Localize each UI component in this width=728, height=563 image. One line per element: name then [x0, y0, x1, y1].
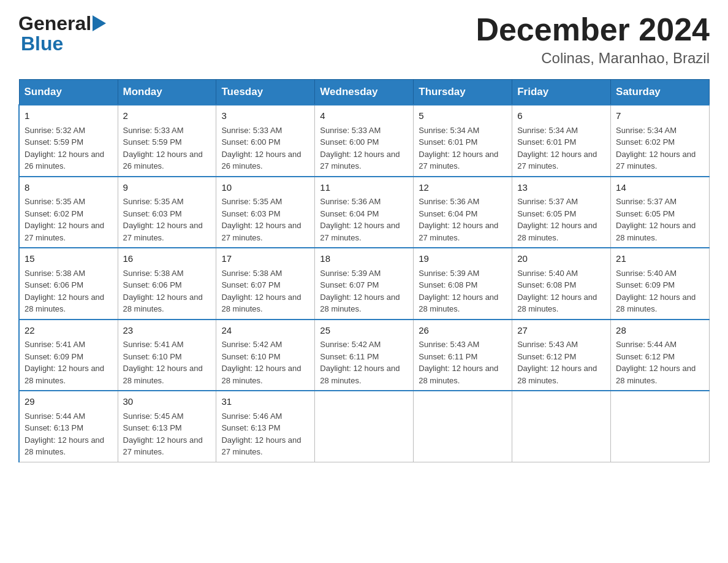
day-info: Sunrise: 5:38 AMSunset: 6:07 PMDaylight:…	[221, 267, 309, 315]
calendar-cell: 6Sunrise: 5:34 AMSunset: 6:01 PMDaylight…	[512, 105, 611, 177]
day-number: 18	[320, 252, 408, 266]
day-number: 24	[221, 324, 309, 338]
day-info: Sunrise: 5:42 AMSunset: 6:11 PMDaylight:…	[320, 339, 408, 386]
calendar-cell: 17Sunrise: 5:38 AMSunset: 6:07 PMDayligh…	[216, 248, 315, 320]
calendar-cell	[414, 391, 512, 462]
logo-arrow-icon	[93, 15, 106, 31]
day-info: Sunrise: 5:32 AMSunset: 5:59 PMDaylight:…	[25, 124, 113, 172]
day-info: Sunrise: 5:39 AMSunset: 6:08 PMDaylight:…	[419, 267, 507, 315]
day-info: Sunrise: 5:44 AMSunset: 6:13 PMDaylight:…	[25, 410, 113, 458]
day-info: Sunrise: 5:35 AMSunset: 6:03 PMDaylight:…	[123, 196, 211, 243]
day-info: Sunrise: 5:33 AMSunset: 6:00 PMDaylight:…	[221, 124, 309, 172]
col-monday: Monday	[118, 80, 216, 105]
header: General Blue December 2024 Colinas, Mara…	[18, 12, 710, 67]
calendar-cell: 26Sunrise: 5:43 AMSunset: 6:11 PMDayligh…	[414, 320, 512, 391]
calendar-cell: 4Sunrise: 5:33 AMSunset: 6:00 PMDaylight…	[315, 105, 414, 177]
day-number: 10	[221, 181, 309, 195]
calendar-cell: 9Sunrise: 5:35 AMSunset: 6:03 PMDaylight…	[118, 177, 216, 248]
calendar-cell: 25Sunrise: 5:42 AMSunset: 6:11 PMDayligh…	[315, 320, 414, 391]
calendar-cell	[315, 391, 414, 462]
logo-blue-text: Blue	[18, 33, 63, 55]
day-info: Sunrise: 5:38 AMSunset: 6:06 PMDaylight:…	[123, 267, 211, 315]
day-number: 15	[25, 252, 113, 266]
calendar-cell: 2Sunrise: 5:33 AMSunset: 5:59 PMDaylight…	[118, 105, 216, 177]
calendar-cell: 11Sunrise: 5:36 AMSunset: 6:04 PMDayligh…	[315, 177, 414, 248]
month-title: December 2024	[476, 12, 710, 47]
day-info: Sunrise: 5:43 AMSunset: 6:11 PMDaylight:…	[419, 339, 507, 386]
day-number: 7	[616, 109, 704, 123]
day-number: 9	[123, 181, 211, 195]
col-wednesday: Wednesday	[315, 80, 414, 105]
calendar-cell: 28Sunrise: 5:44 AMSunset: 6:12 PMDayligh…	[611, 320, 710, 391]
day-info: Sunrise: 5:40 AMSunset: 6:09 PMDaylight:…	[616, 267, 704, 315]
logo: General Blue	[18, 12, 106, 55]
calendar-cell: 3Sunrise: 5:33 AMSunset: 6:00 PMDaylight…	[216, 105, 315, 177]
day-number: 12	[419, 181, 507, 195]
calendar-week-4: 22Sunrise: 5:41 AMSunset: 6:09 PMDayligh…	[19, 320, 710, 391]
day-info: Sunrise: 5:40 AMSunset: 6:08 PMDaylight:…	[517, 267, 605, 315]
col-friday: Friday	[512, 80, 611, 105]
day-info: Sunrise: 5:34 AMSunset: 6:01 PMDaylight:…	[517, 124, 605, 172]
day-number: 1	[25, 109, 113, 123]
calendar-cell: 5Sunrise: 5:34 AMSunset: 6:01 PMDaylight…	[414, 105, 512, 177]
calendar-week-3: 15Sunrise: 5:38 AMSunset: 6:06 PMDayligh…	[19, 248, 710, 320]
day-number: 3	[221, 109, 309, 123]
calendar-week-5: 29Sunrise: 5:44 AMSunset: 6:13 PMDayligh…	[19, 391, 710, 462]
day-number: 29	[25, 395, 113, 409]
page: General Blue December 2024 Colinas, Mara…	[0, 0, 728, 475]
calendar-cell: 7Sunrise: 5:34 AMSunset: 6:02 PMDaylight…	[611, 105, 710, 177]
day-info: Sunrise: 5:41 AMSunset: 6:09 PMDaylight:…	[25, 339, 113, 386]
day-number: 27	[517, 324, 605, 338]
calendar-cell: 23Sunrise: 5:41 AMSunset: 6:10 PMDayligh…	[118, 320, 216, 391]
calendar-cell: 14Sunrise: 5:37 AMSunset: 6:05 PMDayligh…	[611, 177, 710, 248]
day-number: 13	[517, 181, 605, 195]
day-number: 6	[517, 109, 605, 123]
calendar-cell: 1Sunrise: 5:32 AMSunset: 5:59 PMDaylight…	[19, 105, 118, 177]
day-info: Sunrise: 5:37 AMSunset: 6:05 PMDaylight:…	[517, 196, 605, 243]
title-section: December 2024 Colinas, Maranhao, Brazil	[476, 12, 710, 67]
day-number: 16	[123, 252, 211, 266]
calendar-cell	[512, 391, 611, 462]
calendar-cell: 15Sunrise: 5:38 AMSunset: 6:06 PMDayligh…	[19, 248, 118, 320]
day-number: 25	[320, 324, 408, 338]
day-info: Sunrise: 5:41 AMSunset: 6:10 PMDaylight:…	[123, 339, 211, 386]
calendar-cell: 27Sunrise: 5:43 AMSunset: 6:12 PMDayligh…	[512, 320, 611, 391]
day-info: Sunrise: 5:33 AMSunset: 5:59 PMDaylight:…	[123, 124, 211, 172]
calendar-cell: 13Sunrise: 5:37 AMSunset: 6:05 PMDayligh…	[512, 177, 611, 248]
day-info: Sunrise: 5:38 AMSunset: 6:06 PMDaylight:…	[25, 267, 113, 315]
day-number: 22	[25, 324, 113, 338]
day-number: 31	[221, 395, 309, 409]
col-saturday: Saturday	[611, 80, 710, 105]
logo-top-row: General	[18, 12, 106, 35]
day-info: Sunrise: 5:39 AMSunset: 6:07 PMDaylight:…	[320, 267, 408, 315]
day-number: 23	[123, 324, 211, 338]
calendar-cell: 20Sunrise: 5:40 AMSunset: 6:08 PMDayligh…	[512, 248, 611, 320]
calendar-cell: 24Sunrise: 5:42 AMSunset: 6:10 PMDayligh…	[216, 320, 315, 391]
calendar-header: Sunday Monday Tuesday Wednesday Thursday…	[19, 80, 710, 105]
day-number: 5	[419, 109, 507, 123]
calendar-cell: 30Sunrise: 5:45 AMSunset: 6:13 PMDayligh…	[118, 391, 216, 462]
calendar-table: Sunday Monday Tuesday Wednesday Thursday…	[18, 79, 710, 462]
col-sunday: Sunday	[19, 80, 118, 105]
day-info: Sunrise: 5:33 AMSunset: 6:00 PMDaylight:…	[320, 124, 408, 172]
col-thursday: Thursday	[414, 80, 512, 105]
day-number: 26	[419, 324, 507, 338]
day-number: 4	[320, 109, 408, 123]
day-info: Sunrise: 5:36 AMSunset: 6:04 PMDaylight:…	[320, 196, 408, 243]
day-info: Sunrise: 5:34 AMSunset: 6:01 PMDaylight:…	[419, 124, 507, 172]
calendar-cell: 18Sunrise: 5:39 AMSunset: 6:07 PMDayligh…	[315, 248, 414, 320]
day-info: Sunrise: 5:46 AMSunset: 6:13 PMDaylight:…	[221, 410, 309, 458]
day-info: Sunrise: 5:35 AMSunset: 6:02 PMDaylight:…	[25, 196, 113, 243]
logo-general-text: General	[18, 12, 91, 35]
calendar-week-1: 1Sunrise: 5:32 AMSunset: 5:59 PMDaylight…	[19, 105, 710, 177]
calendar-week-2: 8Sunrise: 5:35 AMSunset: 6:02 PMDaylight…	[19, 177, 710, 248]
calendar-cell: 22Sunrise: 5:41 AMSunset: 6:09 PMDayligh…	[19, 320, 118, 391]
calendar-cell	[611, 391, 710, 462]
calendar-cell: 21Sunrise: 5:40 AMSunset: 6:09 PMDayligh…	[611, 248, 710, 320]
calendar-cell: 29Sunrise: 5:44 AMSunset: 6:13 PMDayligh…	[19, 391, 118, 462]
day-info: Sunrise: 5:36 AMSunset: 6:04 PMDaylight:…	[419, 196, 507, 243]
day-info: Sunrise: 5:43 AMSunset: 6:12 PMDaylight:…	[517, 339, 605, 386]
col-tuesday: Tuesday	[216, 80, 315, 105]
calendar-cell: 16Sunrise: 5:38 AMSunset: 6:06 PMDayligh…	[118, 248, 216, 320]
header-row: Sunday Monday Tuesday Wednesday Thursday…	[19, 80, 710, 105]
